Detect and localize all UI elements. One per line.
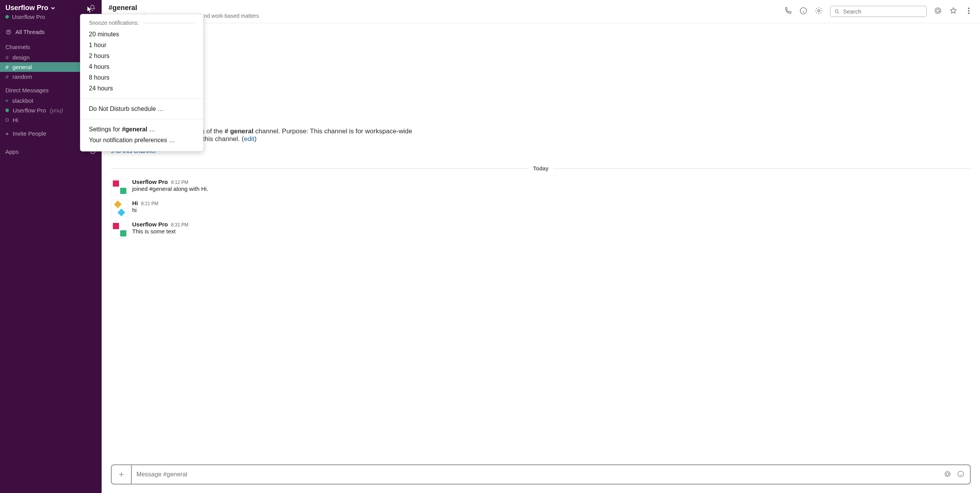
snooze-title: Snooze notifications: — [80, 20, 203, 29]
emoji-button[interactable] — [957, 470, 965, 479]
svg-point-8 — [968, 10, 970, 12]
snooze-option-8h[interactable]: 8 hours — [80, 72, 203, 83]
intro-close: ) — [254, 135, 257, 143]
settings-suffix: … — [147, 126, 155, 133]
invite-label: Invite People — [13, 130, 46, 137]
edit-purpose-link[interactable]: edit — [244, 135, 254, 143]
dm-label: Userflow Pro — [13, 107, 46, 114]
bell-icon — [88, 4, 96, 12]
intro-mid: channel. Purpose: This channel is for wo… — [255, 128, 412, 135]
svg-point-6 — [936, 9, 939, 12]
notifications-bell-button[interactable] — [88, 4, 96, 12]
channel-label: design — [12, 54, 29, 61]
message-item[interactable]: Userflow Pro 8:31 PM This is some text — [111, 221, 971, 238]
message-username[interactable]: Userflow Pro — [132, 221, 168, 228]
svg-point-5 — [835, 10, 838, 12]
menu-separator — [80, 99, 203, 99]
more-button[interactable] — [965, 7, 973, 16]
search-input[interactable] — [843, 8, 922, 15]
message-text: This is some text — [132, 228, 971, 235]
date-label: Today — [528, 165, 553, 172]
svg-point-10 — [946, 473, 949, 475]
all-threads-label: All Threads — [15, 29, 45, 35]
presence-dot-icon — [5, 15, 9, 19]
presence-dot-icon — [5, 109, 9, 112]
more-vertical-icon — [965, 7, 973, 15]
channel-settings-item[interactable]: Settings for #general … — [80, 124, 203, 135]
add-apps-row: s to this channel — [111, 148, 971, 155]
call-button[interactable] — [784, 7, 792, 16]
info-button[interactable] — [799, 7, 808, 16]
message-username[interactable]: Hi — [132, 200, 138, 206]
message-timestamp[interactable]: 8:21 PM — [141, 201, 158, 206]
message-text: hi — [132, 207, 971, 213]
settings-channel: #general — [122, 126, 147, 133]
snooze-option-1h[interactable]: 1 hour — [80, 40, 203, 51]
channel-label: random — [12, 73, 32, 80]
svg-point-11 — [958, 471, 964, 477]
message-item[interactable]: Hi 8:21 PM hi — [111, 200, 971, 217]
hash-icon: # — [5, 54, 9, 61]
workspace-name-text: Userflow Pro — [5, 4, 48, 12]
composer-wrap — [102, 464, 980, 493]
svg-point-7 — [968, 8, 970, 9]
mentions-button[interactable] — [934, 7, 942, 16]
message-username[interactable]: Userflow Pro — [132, 178, 168, 185]
menu-separator — [80, 119, 203, 119]
threads-icon — [5, 29, 12, 35]
channel-title[interactable]: #general — [109, 4, 259, 12]
avatar[interactable] — [111, 178, 128, 196]
dm-label: slackbot — [12, 97, 33, 104]
plus-icon — [117, 471, 125, 478]
snooze-option-4h[interactable]: 4 hours — [80, 61, 203, 72]
workspace-user-label: Userflow Pro — [12, 14, 45, 20]
search-icon — [834, 8, 840, 15]
message-pane[interactable]: today. This is the very beginning of the… — [102, 23, 980, 464]
settings-button[interactable] — [815, 7, 823, 16]
at-icon — [934, 7, 942, 15]
avatar[interactable] — [111, 200, 128, 217]
workspace-name[interactable]: Userflow Pro — [5, 4, 55, 12]
star-button[interactable] — [949, 7, 958, 16]
notification-prefs-item[interactable]: Your notification preferences … — [80, 135, 203, 146]
message-timestamp[interactable]: 8:12 PM — [171, 180, 189, 185]
message-timestamp[interactable]: 8:31 PM — [171, 222, 189, 228]
message-composer — [111, 464, 971, 484]
workspace-header[interactable]: Userflow Pro — [0, 0, 102, 14]
settings-prefix: Settings for — [89, 126, 122, 133]
snooze-option-2h[interactable]: 2 hours — [80, 51, 203, 61]
channel-intro: today. This is the very beginning of the… — [111, 128, 971, 143]
notifications-dropdown: Snooze notifications: 20 minutes 1 hour … — [80, 14, 204, 151]
smile-icon — [957, 470, 965, 478]
channel-label: general — [12, 64, 32, 70]
chevron-down-icon — [51, 6, 55, 10]
phone-icon — [784, 7, 792, 15]
svg-point-9 — [968, 13, 970, 14]
apps-label: Apps — [5, 148, 19, 155]
star-icon — [949, 7, 958, 15]
info-icon — [799, 7, 808, 15]
main-panel: #general ☆ | 3 | 0 | announcements and w… — [102, 0, 980, 493]
snooze-option-24h[interactable]: 24 hours — [80, 83, 203, 94]
date-divider: Today — [111, 165, 971, 172]
dnd-schedule-item[interactable]: Do Not Disturb schedule … — [80, 104, 203, 114]
message-input[interactable] — [132, 466, 944, 483]
mention-button[interactable] — [944, 470, 951, 479]
svg-point-4 — [818, 10, 820, 12]
avatar[interactable] — [111, 221, 128, 238]
gear-icon — [815, 7, 823, 15]
presence-ring-icon — [5, 118, 9, 122]
search-box[interactable] — [830, 6, 927, 17]
message-item[interactable]: Userflow Pro 8:12 PM joined #general alo… — [111, 178, 971, 196]
dm-you-label: (you) — [50, 107, 63, 114]
intro-channel-name: # general — [225, 128, 254, 135]
plus-icon: + — [5, 130, 9, 137]
hash-icon: # — [5, 64, 9, 70]
heart-icon: ♥ — [5, 98, 8, 104]
snooze-option-20m[interactable]: 20 minutes — [80, 29, 203, 40]
at-icon — [944, 470, 951, 478]
attach-button[interactable] — [112, 465, 132, 484]
channel-header: #general ☆ | 3 | 0 | announcements and w… — [102, 0, 980, 23]
message-text: joined #general along with Hi. — [132, 185, 971, 192]
dm-label: Hi — [13, 117, 18, 123]
